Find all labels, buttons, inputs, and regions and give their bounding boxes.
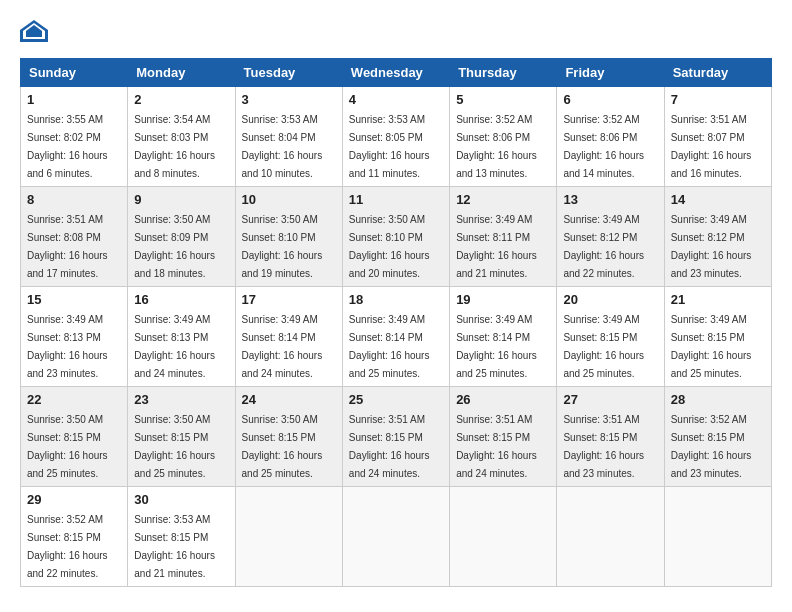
day-info: Sunrise: 3:50 AMSunset: 8:15 PMDaylight:…: [242, 414, 323, 479]
day-info: Sunrise: 3:49 AMSunset: 8:11 PMDaylight:…: [456, 214, 537, 279]
day-info: Sunrise: 3:54 AMSunset: 8:03 PMDaylight:…: [134, 114, 215, 179]
day-info: Sunrise: 3:49 AMSunset: 8:13 PMDaylight:…: [27, 314, 108, 379]
day-number: 6: [563, 92, 657, 107]
day-number: 22: [27, 392, 121, 407]
day-number: 15: [27, 292, 121, 307]
day-info: Sunrise: 3:50 AMSunset: 8:15 PMDaylight:…: [27, 414, 108, 479]
calendar-cell: 8Sunrise: 3:51 AMSunset: 8:08 PMDaylight…: [21, 187, 128, 287]
calendar-cell: [557, 487, 664, 587]
weekday-header-friday: Friday: [557, 59, 664, 87]
day-info: Sunrise: 3:53 AMSunset: 8:05 PMDaylight:…: [349, 114, 430, 179]
calendar-cell: 30Sunrise: 3:53 AMSunset: 8:15 PMDayligh…: [128, 487, 235, 587]
day-number: 3: [242, 92, 336, 107]
day-number: 25: [349, 392, 443, 407]
day-info: Sunrise: 3:51 AMSunset: 8:15 PMDaylight:…: [456, 414, 537, 479]
calendar-week-4: 22Sunrise: 3:50 AMSunset: 8:15 PMDayligh…: [21, 387, 772, 487]
day-info: Sunrise: 3:52 AMSunset: 8:06 PMDaylight:…: [563, 114, 644, 179]
day-number: 26: [456, 392, 550, 407]
weekday-header-tuesday: Tuesday: [235, 59, 342, 87]
calendar-week-3: 15Sunrise: 3:49 AMSunset: 8:13 PMDayligh…: [21, 287, 772, 387]
calendar-table: SundayMondayTuesdayWednesdayThursdayFrid…: [20, 58, 772, 587]
calendar-cell: 11Sunrise: 3:50 AMSunset: 8:10 PMDayligh…: [342, 187, 449, 287]
calendar-cell: 23Sunrise: 3:50 AMSunset: 8:15 PMDayligh…: [128, 387, 235, 487]
calendar-cell: 17Sunrise: 3:49 AMSunset: 8:14 PMDayligh…: [235, 287, 342, 387]
weekday-header-wednesday: Wednesday: [342, 59, 449, 87]
calendar-cell: 21Sunrise: 3:49 AMSunset: 8:15 PMDayligh…: [664, 287, 771, 387]
day-info: Sunrise: 3:50 AMSunset: 8:10 PMDaylight:…: [349, 214, 430, 279]
day-number: 20: [563, 292, 657, 307]
day-number: 12: [456, 192, 550, 207]
day-info: Sunrise: 3:51 AMSunset: 8:07 PMDaylight:…: [671, 114, 752, 179]
calendar-cell: [450, 487, 557, 587]
weekday-header-row: SundayMondayTuesdayWednesdayThursdayFrid…: [21, 59, 772, 87]
day-info: Sunrise: 3:49 AMSunset: 8:14 PMDaylight:…: [456, 314, 537, 379]
calendar-cell: 10Sunrise: 3:50 AMSunset: 8:10 PMDayligh…: [235, 187, 342, 287]
day-number: 17: [242, 292, 336, 307]
calendar-cell: 14Sunrise: 3:49 AMSunset: 8:12 PMDayligh…: [664, 187, 771, 287]
day-number: 23: [134, 392, 228, 407]
day-number: 5: [456, 92, 550, 107]
calendar-week-2: 8Sunrise: 3:51 AMSunset: 8:08 PMDaylight…: [21, 187, 772, 287]
generalblue-logo-icon: [20, 20, 48, 42]
day-number: 10: [242, 192, 336, 207]
calendar-week-5: 29Sunrise: 3:52 AMSunset: 8:15 PMDayligh…: [21, 487, 772, 587]
day-info: Sunrise: 3:51 AMSunset: 8:15 PMDaylight:…: [349, 414, 430, 479]
calendar-cell: 27Sunrise: 3:51 AMSunset: 8:15 PMDayligh…: [557, 387, 664, 487]
day-info: Sunrise: 3:49 AMSunset: 8:15 PMDaylight:…: [563, 314, 644, 379]
calendar-cell: 15Sunrise: 3:49 AMSunset: 8:13 PMDayligh…: [21, 287, 128, 387]
calendar-cell: [664, 487, 771, 587]
day-number: 24: [242, 392, 336, 407]
day-info: Sunrise: 3:49 AMSunset: 8:12 PMDaylight:…: [671, 214, 752, 279]
day-info: Sunrise: 3:51 AMSunset: 8:08 PMDaylight:…: [27, 214, 108, 279]
day-info: Sunrise: 3:49 AMSunset: 8:15 PMDaylight:…: [671, 314, 752, 379]
calendar-cell: 24Sunrise: 3:50 AMSunset: 8:15 PMDayligh…: [235, 387, 342, 487]
calendar-cell: 16Sunrise: 3:49 AMSunset: 8:13 PMDayligh…: [128, 287, 235, 387]
day-info: Sunrise: 3:53 AMSunset: 8:15 PMDaylight:…: [134, 514, 215, 579]
weekday-header-monday: Monday: [128, 59, 235, 87]
day-number: 1: [27, 92, 121, 107]
day-number: 8: [27, 192, 121, 207]
day-number: 29: [27, 492, 121, 507]
calendar-cell: 7Sunrise: 3:51 AMSunset: 8:07 PMDaylight…: [664, 87, 771, 187]
calendar-cell: 18Sunrise: 3:49 AMSunset: 8:14 PMDayligh…: [342, 287, 449, 387]
calendar-cell: 25Sunrise: 3:51 AMSunset: 8:15 PMDayligh…: [342, 387, 449, 487]
calendar-cell: 26Sunrise: 3:51 AMSunset: 8:15 PMDayligh…: [450, 387, 557, 487]
day-number: 19: [456, 292, 550, 307]
weekday-header-thursday: Thursday: [450, 59, 557, 87]
calendar-cell: 5Sunrise: 3:52 AMSunset: 8:06 PMDaylight…: [450, 87, 557, 187]
calendar-cell: 29Sunrise: 3:52 AMSunset: 8:15 PMDayligh…: [21, 487, 128, 587]
calendar-cell: 3Sunrise: 3:53 AMSunset: 8:04 PMDaylight…: [235, 87, 342, 187]
day-number: 2: [134, 92, 228, 107]
day-info: Sunrise: 3:49 AMSunset: 8:14 PMDaylight:…: [242, 314, 323, 379]
calendar-cell: [342, 487, 449, 587]
calendar-cell: 19Sunrise: 3:49 AMSunset: 8:14 PMDayligh…: [450, 287, 557, 387]
day-number: 4: [349, 92, 443, 107]
calendar-week-1: 1Sunrise: 3:55 AMSunset: 8:02 PMDaylight…: [21, 87, 772, 187]
calendar-cell: 4Sunrise: 3:53 AMSunset: 8:05 PMDaylight…: [342, 87, 449, 187]
day-info: Sunrise: 3:50 AMSunset: 8:10 PMDaylight:…: [242, 214, 323, 279]
day-number: 9: [134, 192, 228, 207]
day-number: 16: [134, 292, 228, 307]
day-info: Sunrise: 3:51 AMSunset: 8:15 PMDaylight:…: [563, 414, 644, 479]
calendar-cell: 2Sunrise: 3:54 AMSunset: 8:03 PMDaylight…: [128, 87, 235, 187]
day-number: 28: [671, 392, 765, 407]
logo: [20, 20, 52, 42]
day-number: 18: [349, 292, 443, 307]
calendar-cell: 13Sunrise: 3:49 AMSunset: 8:12 PMDayligh…: [557, 187, 664, 287]
day-number: 11: [349, 192, 443, 207]
calendar-cell: 22Sunrise: 3:50 AMSunset: 8:15 PMDayligh…: [21, 387, 128, 487]
calendar-cell: [235, 487, 342, 587]
day-info: Sunrise: 3:49 AMSunset: 8:14 PMDaylight:…: [349, 314, 430, 379]
day-info: Sunrise: 3:52 AMSunset: 8:06 PMDaylight:…: [456, 114, 537, 179]
calendar-cell: 6Sunrise: 3:52 AMSunset: 8:06 PMDaylight…: [557, 87, 664, 187]
day-number: 21: [671, 292, 765, 307]
day-number: 13: [563, 192, 657, 207]
day-info: Sunrise: 3:53 AMSunset: 8:04 PMDaylight:…: [242, 114, 323, 179]
day-number: 30: [134, 492, 228, 507]
calendar-cell: 1Sunrise: 3:55 AMSunset: 8:02 PMDaylight…: [21, 87, 128, 187]
page-header: [20, 20, 772, 42]
calendar-cell: 9Sunrise: 3:50 AMSunset: 8:09 PMDaylight…: [128, 187, 235, 287]
day-info: Sunrise: 3:49 AMSunset: 8:13 PMDaylight:…: [134, 314, 215, 379]
day-info: Sunrise: 3:52 AMSunset: 8:15 PMDaylight:…: [27, 514, 108, 579]
day-info: Sunrise: 3:55 AMSunset: 8:02 PMDaylight:…: [27, 114, 108, 179]
